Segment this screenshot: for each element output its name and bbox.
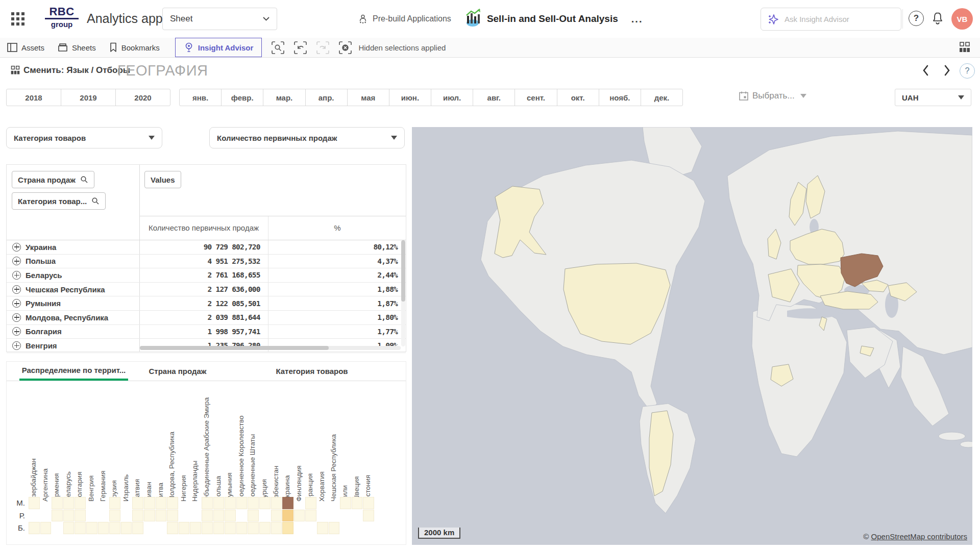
expand-plus-icon[interactable] [12, 327, 21, 336]
undo-selection-icon[interactable] [293, 41, 307, 55]
heatmap-cell[interactable] [248, 522, 259, 534]
map-canvas[interactable] [412, 127, 972, 545]
heatmap-cell[interactable] [329, 522, 340, 534]
assets-button[interactable]: Assets [7, 43, 44, 52]
month-filter-button[interactable]: июн. [389, 89, 431, 106]
month-filter-button[interactable]: сент. [515, 89, 557, 106]
prebuild-applications-link[interactable]: Pre-build Applications [357, 13, 451, 24]
heatmap-cell[interactable] [75, 510, 86, 522]
heatmap-cell[interactable] [156, 510, 167, 522]
heatmap-cell[interactable] [98, 522, 109, 534]
column-header-measure[interactable]: Количество первичных продаж [139, 216, 268, 240]
heatmap-cell[interactable] [167, 510, 178, 522]
heatmap-cell[interactable] [144, 510, 155, 522]
year-filter-button[interactable]: 2019 [61, 89, 116, 106]
heatmap-cell[interactable] [213, 522, 225, 534]
month-filter-button[interactable]: авг. [473, 89, 515, 106]
tab-3[interactable]: Категория товаров [276, 362, 348, 381]
avatar[interactable]: VB [951, 8, 973, 30]
heatmap-cell[interactable] [202, 510, 213, 522]
heatmap-cell[interactable] [340, 497, 351, 509]
heatmap-cell[interactable] [109, 510, 120, 522]
sheet-help-button[interactable]: ? [960, 63, 975, 79]
heatmap-cell[interactable] [63, 522, 75, 534]
smart-search-icon[interactable] [271, 41, 285, 55]
month-filter-button[interactable]: окт. [557, 89, 599, 106]
dimension-filter-country[interactable]: Страна продаж [12, 171, 94, 188]
sheet-layout-icon[interactable] [959, 41, 971, 54]
currency-select[interactable]: UAH [895, 89, 971, 106]
month-filter-button[interactable]: нояб. [599, 89, 641, 106]
heatmap-cell[interactable] [259, 522, 271, 534]
heatmap-cell[interactable] [225, 497, 236, 509]
heatmap-cell[interactable] [109, 522, 120, 534]
month-filter-button[interactable]: мар. [263, 89, 305, 106]
heatmap-cell[interactable] [29, 497, 40, 509]
heatmap-cell[interactable] [63, 510, 75, 522]
sheets-button[interactable]: Sheets [58, 43, 96, 52]
heatmap-cell[interactable] [213, 497, 225, 509]
month-filter-button[interactable]: февр. [222, 89, 263, 106]
heatmap-cell[interactable] [259, 497, 271, 509]
values-button[interactable]: Values [144, 171, 181, 188]
prev-sheet-icon[interactable] [922, 64, 929, 77]
heatmap-cell[interactable] [190, 522, 201, 534]
heatmap-cell[interactable] [305, 510, 316, 522]
vertical-scrollbar-thumb[interactable] [401, 240, 405, 302]
sheet-switch-icon[interactable] [10, 65, 20, 76]
heatmap-cell[interactable] [248, 497, 259, 509]
world-map[interactable]: 2000 km © OpenStreetMap contributors [412, 127, 972, 545]
dimension-filter-category[interactable]: Категория товар... [12, 192, 106, 210]
heatmap-cell[interactable] [29, 522, 40, 534]
heatmap-cell[interactable] [52, 510, 63, 522]
tab-2[interactable]: Страна продаж [146, 362, 209, 381]
more-menu-button[interactable]: ... [631, 13, 643, 25]
row-dimension-cell[interactable]: Польша [7, 257, 139, 265]
bookmarks-button[interactable]: Bookmarks [109, 42, 160, 53]
next-sheet-icon[interactable] [943, 64, 951, 77]
heatmap-cell[interactable] [225, 510, 236, 522]
tab-1[interactable]: Распределение по террит... [19, 362, 128, 381]
heatmap-cell[interactable] [236, 522, 248, 534]
heatmap-cell[interactable] [294, 510, 305, 522]
heatmap-cell[interactable] [167, 522, 178, 534]
heatmap-cell[interactable] [305, 497, 316, 509]
attribution-link[interactable]: OpenStreetMap contributors [871, 532, 967, 541]
expand-plus-icon[interactable] [12, 313, 21, 322]
heatmap-cell[interactable] [75, 497, 86, 509]
ask-insight-advisor-input[interactable]: Ask Insight Advisor [761, 8, 901, 31]
expand-plus-icon[interactable] [12, 341, 21, 350]
row-dimension-cell[interactable]: Румыния [7, 299, 139, 308]
year-filter-button[interactable]: 2018 [7, 89, 61, 106]
column-header-pct[interactable]: % [268, 216, 407, 240]
heatmap-cell[interactable] [363, 510, 374, 522]
heatmap-cell[interactable] [317, 522, 328, 534]
heatmap-cell[interactable] [179, 522, 190, 534]
heatmap-cell[interactable] [282, 522, 293, 534]
redo-selection-icon[interactable] [316, 41, 330, 55]
heatmap-cell[interactable] [132, 510, 143, 522]
help-button[interactable]: ? [909, 11, 924, 26]
date-picker[interactable]: Выбрать... [739, 91, 806, 101]
month-filter-button[interactable]: мая [348, 89, 389, 106]
horizontal-scrollbar-thumb[interactable] [140, 346, 329, 350]
sheet-selector[interactable]: Sheet [162, 8, 277, 30]
heatmap-cell[interactable] [213, 510, 225, 522]
heatmap-cell[interactable] [363, 497, 374, 509]
row-dimension-cell[interactable]: Венгрия [7, 341, 139, 350]
month-filter-button[interactable]: апр. [306, 89, 348, 106]
heatmap-cell[interactable] [109, 497, 120, 509]
heatmap-cell[interactable] [282, 510, 293, 522]
expand-plus-icon[interactable] [12, 285, 21, 294]
heatmap-cell[interactable] [63, 497, 75, 509]
heatmap-cell[interactable] [75, 522, 86, 534]
row-dimension-cell[interactable]: Беларусь [7, 271, 139, 280]
heatmap-cell[interactable] [132, 497, 143, 509]
heatmap-cell[interactable] [40, 522, 52, 534]
heatmap-cell[interactable] [202, 497, 213, 509]
heatmap-cell[interactable] [282, 497, 293, 509]
expand-plus-icon[interactable] [12, 243, 21, 252]
heatmap-cell[interactable] [52, 497, 63, 509]
month-filter-button[interactable]: июл. [431, 89, 473, 106]
insight-advisor-button[interactable]: Insight Advisor [175, 38, 262, 57]
